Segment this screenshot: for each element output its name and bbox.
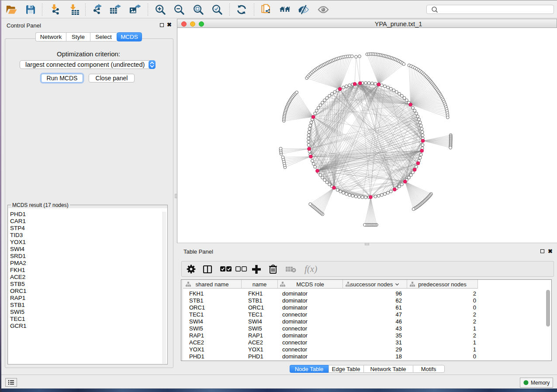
svg-text:Memory: Memory (531, 380, 550, 386)
